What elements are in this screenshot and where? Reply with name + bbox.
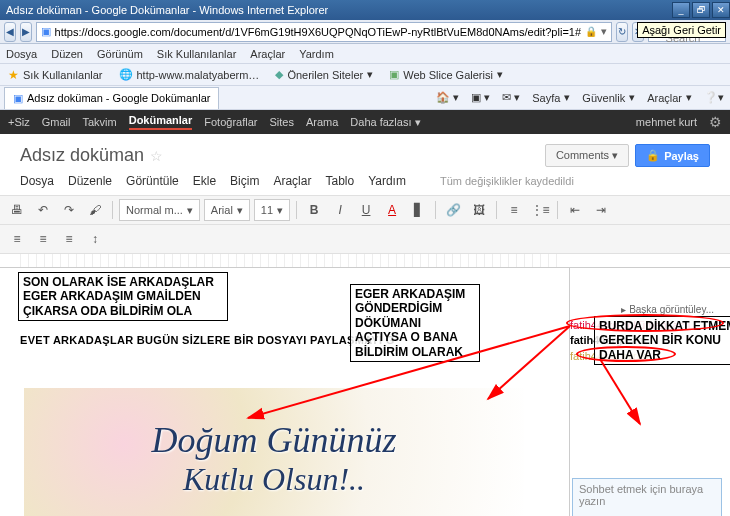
formatting-toolbar-2: ≡ ≡ ≡ ↕ (0, 225, 730, 254)
dropdown-icon[interactable]: ▾ (601, 25, 607, 38)
image-button[interactable]: 🖼 (468, 199, 490, 221)
gbar-user[interactable]: mehmet kurt (636, 116, 697, 128)
favorites-bar: ★Sık Kullanılanlar 🌐http-www.malatyaberm… (0, 64, 730, 86)
gear-icon[interactable]: ⚙ (709, 114, 722, 130)
url-field[interactable]: ▣ https://docs.google.com/document/d/1VF… (36, 22, 613, 42)
google-bar: +Siz Gmail Takvim Dokümanlar Fotoğraflar… (0, 110, 730, 134)
highlight-button[interactable]: ▋ (407, 199, 429, 221)
birthday-image: Doğum Gününüz Kutlu Olsun!.. (24, 388, 524, 516)
num-list-button[interactable]: ≡ (503, 199, 525, 221)
size-select[interactable]: 11 ▾ (254, 199, 290, 221)
comments-button[interactable]: Comments ▾ (545, 144, 629, 167)
restore-tooltip: Aşağı Geri Getir (637, 22, 726, 38)
fav-site-1[interactable]: 🌐http-www.malatyaberm… (115, 66, 264, 83)
browser-tab[interactable]: ▣ Adsız doküman - Google Dokümanlar (4, 87, 219, 109)
gbar-sites[interactable]: Sites (269, 116, 293, 128)
annotation-box-2: EGER ARKADAŞIM GÖNDERDİGİM DÖKÜMANI AÇTI… (350, 284, 480, 362)
gbar-calendar[interactable]: Takvim (82, 116, 116, 128)
page-menu[interactable]: Sayfa ▾ (526, 91, 576, 104)
align-right-button[interactable]: ≡ (58, 228, 80, 250)
tab-favicon: ▣ (13, 92, 23, 105)
help-button[interactable]: ❔▾ (698, 91, 730, 104)
ie-menu-file[interactable]: Dosya (6, 48, 37, 60)
link-button[interactable]: 🔗 (442, 199, 464, 221)
ie-menu-help[interactable]: Yardım (299, 48, 334, 60)
outdent-button[interactable]: ⇤ (564, 199, 586, 221)
tools-menu[interactable]: Araçlar ▾ (641, 91, 698, 104)
svg-line-2 (600, 359, 640, 424)
tab-strip: ▣ Adsız doküman - Google Dokümanlar 🏠 ▾ … (0, 86, 730, 110)
url-text: https://docs.google.com/document/d/1VF6m… (55, 26, 582, 38)
ie-menu-view[interactable]: Görünüm (97, 48, 143, 60)
annotation-ellipse-2 (576, 346, 676, 362)
menu-insert[interactable]: Ekle (193, 174, 216, 188)
close-button[interactable]: ✕ (712, 2, 730, 18)
menu-file[interactable]: Dosya (20, 174, 54, 188)
menu-format[interactable]: Biçim (230, 174, 259, 188)
gbar-gmail[interactable]: Gmail (42, 116, 71, 128)
suggested-sites[interactable]: ◆Önerilen Siteler ▾ (271, 66, 377, 83)
gbar-search[interactable]: Arama (306, 116, 338, 128)
ie-menu-edit[interactable]: Düzen (51, 48, 83, 60)
body-text: EVET ARKADAŞLAR BUGÜN SİZLERE BİR DOSYAY… (20, 334, 395, 346)
window-titlebar: Adsız doküman - Google Dokümanlar - Wind… (0, 0, 730, 20)
menu-tools[interactable]: Araçlar (273, 174, 311, 188)
webslice-icon: ▣ (389, 68, 399, 81)
web-slice-gallery[interactable]: ▣Web Slice Galerisi ▾ (385, 66, 507, 83)
line-spacing-button[interactable]: ↕ (84, 228, 106, 250)
tab-title: Adsız doküman - Google Dokümanlar (27, 92, 210, 104)
gbar-more[interactable]: Daha fazlası ▾ (350, 116, 420, 129)
share-button[interactable]: 🔒Paylaş (635, 144, 710, 167)
bold-button[interactable]: B (303, 199, 325, 221)
align-left-button[interactable]: ≡ (6, 228, 28, 250)
mail-button[interactable]: ✉ ▾ (496, 91, 526, 104)
home-button[interactable]: 🏠 ▾ (430, 91, 465, 104)
text-color-button[interactable]: A (381, 199, 403, 221)
menu-view[interactable]: Görüntüle (126, 174, 179, 188)
undo-button[interactable]: ↶ (32, 199, 54, 221)
menu-table[interactable]: Tablo (325, 174, 354, 188)
google-favicon: ▣ (41, 25, 51, 38)
art-line-2: Kutlu Olsun!.. (183, 461, 365, 498)
back-button[interactable]: ◀ (4, 22, 16, 42)
restore-button[interactable]: 🗗 (692, 2, 710, 18)
doc-title[interactable]: Adsız doküman (20, 145, 144, 166)
align-center-button[interactable]: ≡ (32, 228, 54, 250)
favorites-button[interactable]: ★Sık Kullanılanlar (4, 66, 107, 84)
annotation-ellipse-1 (566, 314, 724, 332)
star-outline-icon[interactable]: ☆ (150, 148, 163, 164)
font-select[interactable]: Arial ▾ (204, 199, 250, 221)
print-button[interactable]: 🖶 (6, 199, 28, 221)
save-status: Tüm değişiklikler kaydedildi (440, 175, 574, 187)
paint-format-button[interactable]: 🖌 (84, 199, 106, 221)
formatting-toolbar: 🖶 ↶ ↷ 🖌 Normal m... ▾ Arial ▾ 11 ▾ B I U… (0, 195, 730, 225)
ie-menu-favorites[interactable]: Sık Kullanılanlar (157, 48, 237, 60)
italic-button[interactable]: I (329, 199, 351, 221)
refresh-button[interactable]: ↻ (616, 22, 628, 42)
underline-button[interactable]: U (355, 199, 377, 221)
forward-button[interactable]: ▶ (20, 22, 32, 42)
indent-button[interactable]: ⇥ (590, 199, 612, 221)
style-select[interactable]: Normal m... ▾ (119, 199, 200, 221)
gbar-documents[interactable]: Dokümanlar (129, 114, 193, 130)
chat-input[interactable]: Sohbet etmek için buraya yazın (572, 478, 722, 516)
ruler[interactable] (0, 254, 730, 268)
window-title: Adsız doküman - Google Dokümanlar - Wind… (6, 4, 328, 16)
bullet-list-button[interactable]: ⋮≡ (529, 199, 551, 221)
site-icon: 🌐 (119, 68, 133, 81)
safety-menu[interactable]: Güvenlik ▾ (576, 91, 641, 104)
feeds-button[interactable]: ▣ ▾ (465, 91, 496, 104)
document-canvas[interactable]: EVET ARKADAŞLAR BUGÜN SİZLERE BİR DOSYAY… (0, 268, 570, 516)
ie-menu-tools[interactable]: Araçlar (250, 48, 285, 60)
gbar-photos[interactable]: Fotoğraflar (204, 116, 257, 128)
annotation-box-1: SON OLARAK İSE ARKADAŞLAR EGER ARKADAŞIM… (18, 272, 228, 321)
minimize-button[interactable]: _ (672, 2, 690, 18)
menu-edit[interactable]: Düzenle (68, 174, 112, 188)
gbar-plus[interactable]: +Siz (8, 116, 30, 128)
menu-help[interactable]: Yardım (368, 174, 406, 188)
doc-header: Adsız doküman ☆ Comments ▾ 🔒Paylaş (0, 134, 730, 171)
lock-icon: 🔒 (585, 26, 597, 37)
ie-menu-bar: Dosya Düzen Görünüm Sık Kullanılanlar Ar… (0, 44, 730, 64)
redo-button[interactable]: ↷ (58, 199, 80, 221)
address-bar: ◀ ▶ ▣ https://docs.google.com/document/d… (0, 20, 730, 44)
